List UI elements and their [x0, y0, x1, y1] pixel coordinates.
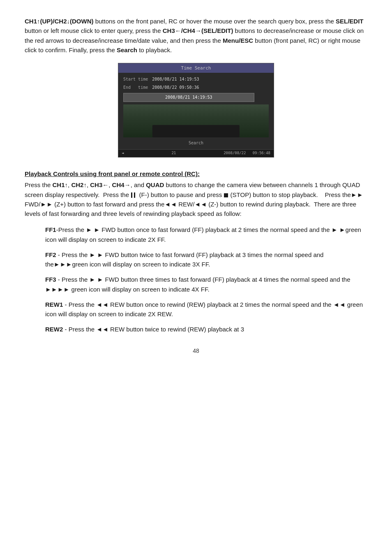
end-value: 2008/08/22 09:50:36: [152, 84, 199, 91]
content-area: CH1↑(UP)/CH2↓(DOWN) buttons on the front…: [25, 16, 367, 355]
camera-preview: [123, 104, 269, 137]
ff1-bold: FF1: [45, 226, 56, 233]
ff3-arrows: ► ►: [90, 276, 104, 283]
intro-text: CH1↑(UP)/CH2↓(DOWN) buttons on the front…: [25, 18, 364, 53]
ff1-icon-arrows: ► ►: [332, 226, 346, 233]
rew1-item: REW1 - Press the ◄◄ REW button once to r…: [45, 300, 367, 319]
rew1-text: REW1 - Press the ◄◄ REW button once to r…: [45, 301, 363, 317]
screenshot-body: Start time 2008/08/21 14:19:53 End time …: [118, 73, 274, 149]
ff3-bold: FF3: [45, 276, 56, 283]
end-label: End time: [123, 84, 148, 91]
time-search-screenshot: Time Search Start time 2008/08/21 14:19:…: [118, 63, 274, 157]
ch4-bold: CH4→: [112, 181, 131, 188]
page-number: 48: [25, 347, 367, 356]
rew2-bold: REW2: [45, 326, 63, 333]
bottom-left: ◄: [122, 151, 124, 156]
rew2-arrows: ◄◄: [96, 326, 108, 333]
rew1-bold: REW1: [45, 301, 63, 308]
sel-edit-bold: SEL/EDIT: [336, 18, 364, 25]
end-time-row: End time 2008/08/22 09:50:36: [123, 84, 269, 91]
start-label: Start time: [123, 76, 148, 83]
start-value: 2008/08/21 14:19:53: [152, 76, 199, 83]
ch3-bold: CH3←: [90, 181, 108, 188]
ff2-icon-arrows: ►►►: [54, 261, 72, 268]
screenshot-field: 2008/08/21 14:19:53: [123, 93, 254, 102]
rew-arrows: ◄◄: [164, 201, 177, 208]
playback-heading: Playback Controls using front panel or r…: [25, 169, 367, 178]
fwd-arrows2: ►►: [40, 201, 53, 208]
rew2-item: REW2 - Press the ◄◄ REW button twice to …: [45, 324, 367, 334]
fwd-arrows: ►►: [351, 191, 363, 198]
ch1-bold: CH1↑: [53, 181, 68, 188]
rew1-icon-arrows: ◄◄: [333, 301, 346, 308]
ff2-arrows: ► ►: [90, 251, 104, 258]
ff1-text: FF1-Press the ► ► FWD button once to fas…: [45, 226, 361, 243]
screenshot-title-bar: Time Search: [118, 63, 274, 73]
ff3-text: FF3 - Press the ► ► FWD button three tim…: [45, 276, 350, 292]
playback-paragraph: Press the CH1↑, CH2↑, CH3←, CH4→, and QU…: [25, 180, 367, 218]
ff3-icon-arrows: ►►►►: [45, 286, 69, 293]
ch1-ch2-bold: CH1↑(UP)/CH2↓(DOWN): [25, 18, 94, 25]
ff-rew-section: FF1-Press the ► ► FWD button once to fas…: [45, 225, 367, 334]
page: CH1↑(UP)/CH2↓(DOWN) buttons on the front…: [0, 0, 392, 535]
rew1-arrows: ◄◄: [96, 301, 108, 308]
quad-bold: QUAD: [146, 181, 164, 188]
ch2-bold: CH2↑: [71, 181, 87, 188]
screenshot-bottom-bar: ◄ 21 2008/08/22 09:56:48: [118, 149, 274, 157]
ff3-item: FF3 - Press the ► ► FWD button three tim…: [45, 275, 367, 294]
playback-section: Playback Controls using front panel or r…: [25, 169, 367, 218]
ff2-item: FF2 - Press the ► ► FWD button twice to …: [45, 250, 367, 269]
start-time-row: Start time 2008/08/21 14:19:53: [123, 76, 269, 83]
screenshot-container: Time Search Start time 2008/08/21 14:19:…: [118, 63, 274, 157]
rew2-text: REW2 - Press the ◄◄ REW button twice to …: [45, 326, 244, 333]
rew-arrows2: ◄◄: [194, 201, 207, 208]
ff1-arrows: ► ►: [86, 226, 100, 233]
pause-icon: [131, 192, 135, 198]
ff2-text: FF2 - Press the ► ► FWD button twice to …: [45, 251, 323, 268]
ff1-item: FF1-Press the ► ► FWD button once to fas…: [45, 225, 367, 244]
ch3-ch4-bold: CH3←/CH4→(SEL/EDIT): [163, 27, 233, 34]
screenshot-search-btn: Search: [123, 140, 269, 146]
bottom-right: 2008/08/22 09:56:48: [224, 151, 270, 156]
ff2-bold: FF2: [45, 251, 56, 258]
bottom-middle: 21: [171, 151, 176, 156]
stop-icon: [224, 193, 228, 197]
menu-esc-bold: Menu/ESC: [223, 37, 253, 44]
intro-paragraph: CH1↑(UP)/CH2↓(DOWN) buttons on the front…: [25, 16, 367, 55]
search-bold: Search: [117, 46, 137, 53]
